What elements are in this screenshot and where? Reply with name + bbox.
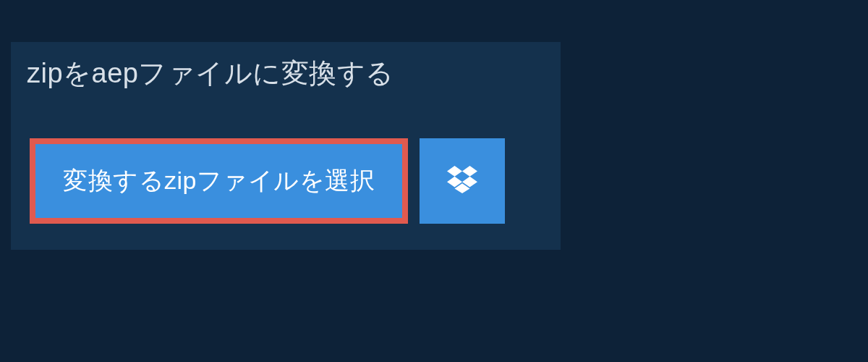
select-file-button-label: 変換するzipファイルを選択	[63, 164, 375, 198]
select-file-button[interactable]: 変換するzipファイルを選択	[30, 138, 408, 224]
dropbox-icon	[447, 166, 477, 196]
converter-panel: zipをaepファイルに変換する 変換するzipファイルを選択	[11, 42, 561, 250]
dropbox-button[interactable]	[420, 138, 505, 224]
heading-box: zipをaepファイルに変換する	[11, 42, 561, 105]
page-title: zipをaepファイルに変換する	[27, 55, 545, 92]
button-row: 変換するzipファイルを選択	[30, 138, 561, 224]
